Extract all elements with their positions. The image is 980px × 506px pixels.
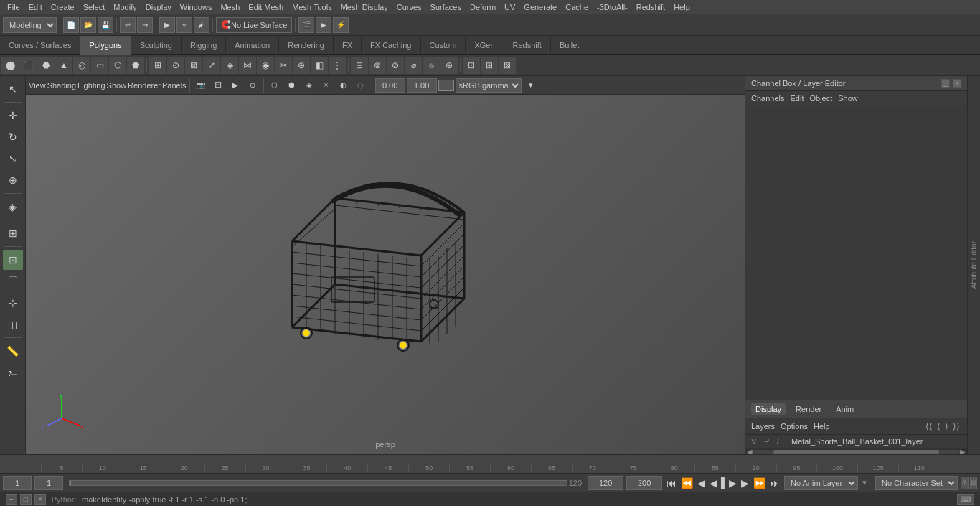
tab-sculpting[interactable]: Sculpting — [131, 36, 182, 55]
char-set-select[interactable]: No Character Set — [875, 476, 958, 490]
prev-frame-button[interactable]: ◀ — [696, 477, 707, 489]
menu-generate[interactable]: Generate — [519, 0, 561, 14]
menu-file[interactable]: File — [3, 0, 24, 14]
prev-key-button[interactable]: ⏪ — [679, 477, 694, 489]
menu-mesh-tools[interactable]: Mesh Tools — [288, 0, 336, 14]
open-file-button[interactable]: 📂 — [80, 17, 96, 33]
connect-tool[interactable]: ⊕ — [293, 57, 310, 74]
texture-icon[interactable]: ◈ — [301, 78, 317, 93]
measure-tool-button[interactable]: 📏 — [3, 341, 23, 361]
viewport-canvas[interactable]: x y z persp — [26, 95, 745, 454]
tab-animation[interactable]: Animation — [226, 36, 279, 55]
wire-tool[interactable]: ⌀ — [405, 57, 422, 74]
cluster-tool[interactable]: ⊗ — [369, 57, 386, 74]
window-minimize-button[interactable]: − — [6, 494, 17, 505]
tab-xgen[interactable]: XGen — [466, 36, 504, 55]
layer-row[interactable]: V P / Metal_Sports_Ball_Basket_001_layer — [745, 435, 967, 449]
layers-menu[interactable]: Layers — [751, 422, 775, 431]
view-menu[interactable]: View — [29, 81, 46, 90]
rotate-tool-button[interactable]: ↻ — [3, 127, 23, 147]
plane-tool[interactable]: ▭ — [91, 57, 108, 74]
frame-start-input[interactable] — [3, 476, 32, 490]
tab-anim[interactable]: Anim — [831, 403, 858, 415]
tab-curves-surfaces[interactable]: Curves / Surfaces — [0, 36, 80, 55]
menu-edit[interactable]: Edit — [24, 0, 47, 14]
uv-editor-tool[interactable]: ⊡ — [463, 57, 480, 74]
soft-select-button[interactable]: ◈ — [3, 197, 23, 217]
render-icon[interactable]: ▶ — [227, 78, 243, 93]
lighting-menu[interactable]: Lighting — [77, 81, 105, 90]
ipr-button[interactable]: ⚡ — [333, 17, 349, 33]
menu-curves[interactable]: Curves — [392, 0, 426, 14]
extrude-tool[interactable]: ⤢ — [203, 57, 220, 74]
menu-uv[interactable]: UV — [500, 0, 519, 14]
platonic-tool[interactable]: ⬟ — [127, 57, 144, 74]
bridge-tool[interactable]: ⋈ — [239, 57, 256, 74]
frame-range-bar[interactable] — [69, 480, 567, 486]
renderer-menu[interactable]: Renderer — [128, 81, 161, 90]
multi-cut-tool[interactable]: ✂ — [275, 57, 292, 74]
lattice-tool[interactable]: ⊟ — [351, 57, 368, 74]
tab-rigging[interactable]: Rigging — [182, 36, 226, 55]
tab-polygons[interactable]: Polygons — [80, 36, 131, 55]
tab-fx-caching[interactable]: FX Caching — [362, 36, 420, 55]
wedge-tool[interactable]: ◧ — [311, 57, 328, 74]
menu-surfaces[interactable]: Surfaces — [426, 0, 466, 14]
select-tool[interactable]: ▶ — [159, 17, 175, 33]
play-back-button[interactable]: ◀▐ — [708, 477, 726, 489]
color-swatch[interactable] — [438, 80, 454, 91]
color-space-select[interactable]: sRGB gamma — [456, 78, 522, 93]
menu-create[interactable]: Create — [47, 0, 79, 14]
undo-button[interactable]: ↩ — [120, 17, 136, 33]
light-icon[interactable]: ☀ — [319, 78, 334, 93]
menu-windows[interactable]: Windows — [176, 0, 217, 14]
menu-select[interactable]: Select — [79, 0, 110, 14]
window-close-button[interactable]: × — [34, 494, 46, 505]
next-frame-button[interactable]: ▶ — [740, 477, 750, 489]
boolean-tool[interactable]: ⊠ — [185, 57, 202, 74]
tab-custom[interactable]: Custom — [421, 36, 466, 55]
camera-icon[interactable]: 📷 — [193, 78, 209, 93]
cb-channels-menu[interactable]: Channels — [751, 93, 784, 104]
sphere-tool[interactable]: ⬤ — [1, 57, 19, 74]
layer-last-button[interactable]: ⟩⟩ — [951, 421, 961, 431]
menu-cache[interactable]: Cache — [561, 0, 593, 14]
window-restore-button[interactable]: □ — [20, 494, 32, 505]
mirror-tool[interactable]: ⋮ — [329, 57, 346, 74]
menu-help[interactable]: Help — [669, 0, 694, 14]
save-file-button[interactable]: 💾 — [98, 17, 113, 33]
tab-rendering[interactable]: Rendering — [279, 36, 334, 55]
render-settings-button[interactable]: 🎬 — [298, 17, 314, 33]
menu-redshift[interactable]: Redshift — [632, 0, 669, 14]
char-set-extra-button[interactable]: ⊞ — [970, 477, 977, 489]
shrink-wrap-tool[interactable]: ⊛ — [440, 57, 458, 74]
snap-point-button[interactable]: ⊹ — [3, 293, 23, 313]
tab-render[interactable]: Render — [791, 403, 826, 415]
gamma-input[interactable] — [375, 78, 405, 93]
snap-curve-button[interactable]: ⌒ — [3, 271, 23, 291]
film-icon[interactable]: 🎞 — [210, 78, 226, 93]
minimize-button[interactable]: _ — [941, 79, 950, 88]
torus-tool[interactable]: ◎ — [73, 57, 90, 74]
select-mode-button[interactable]: ↖ — [3, 79, 23, 99]
cone-tool[interactable]: ▲ — [55, 57, 72, 74]
workspace-select[interactable]: Modeling — [3, 17, 57, 33]
layer-back-button[interactable]: ⟨ — [936, 421, 942, 431]
play-forward-button[interactable]: ▶ — [727, 477, 738, 489]
smooth-shade-icon[interactable]: ⬢ — [284, 78, 300, 93]
exposure-input[interactable] — [407, 78, 437, 93]
fill-hole-tool[interactable]: ◉ — [257, 57, 274, 74]
new-file-button[interactable]: 📄 — [63, 17, 79, 33]
layers-options-menu[interactable]: Options — [781, 422, 808, 431]
anim-layer-select[interactable]: No Anim Layer — [784, 476, 858, 490]
tab-display[interactable]: Display — [751, 403, 786, 415]
annotation-button[interactable]: 🏷 — [3, 362, 23, 383]
go-start-button[interactable]: ⏮ — [665, 477, 678, 489]
wireframe-icon[interactable]: ⬡ — [267, 78, 283, 93]
disk-tool[interactable]: ⬡ — [109, 57, 126, 74]
close-button[interactable]: × — [953, 79, 961, 88]
scroll-right-button[interactable]: ▶ — [960, 448, 966, 454]
go-end-button[interactable]: ⏭ — [768, 477, 781, 489]
live-surface-button[interactable]: 🧲 No Live Surface — [216, 17, 292, 33]
current-frame-input[interactable] — [34, 476, 63, 490]
